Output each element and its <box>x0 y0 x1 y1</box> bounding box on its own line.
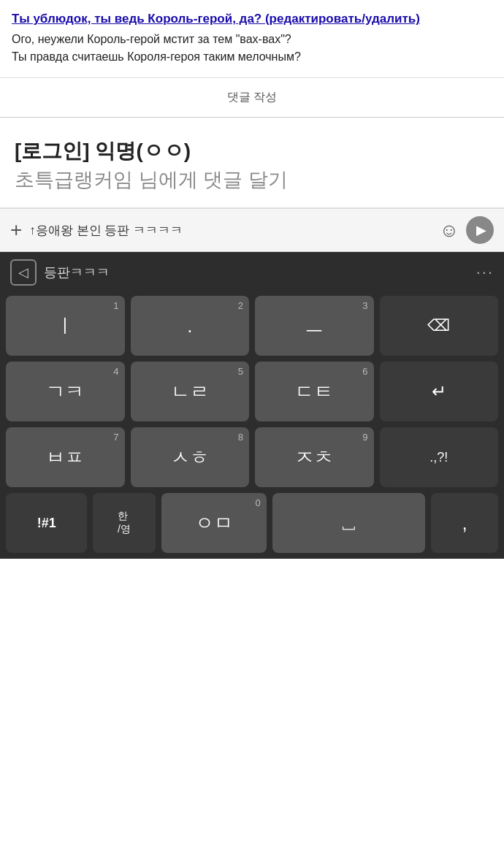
key-ㅅㅎ[interactable]: 8 ㅅㅎ <box>131 427 250 487</box>
key-number: 2 <box>238 300 243 311</box>
top-link[interactable]: Ты ублюдок, ты ведь Король-герой, да? (р… <box>12 10 492 28</box>
reply-username: [로그인] 익명(ㅇㅇ) <box>15 138 489 164</box>
reply-target-section: [로그인] 익명(ㅇㅇ) 초특급랭커임 님에게 댓글 달기 <box>0 118 504 208</box>
keyboard-keys: 1 ㅣ 2 . 3 ㅡ ⌫ 4 ㄱㅋ 5 ㄴㄹ <box>0 293 504 559</box>
key-label: ㄱㅋ <box>46 379 84 405</box>
key-label: 한/영 <box>118 510 131 536</box>
key-label: !#1 <box>37 516 56 531</box>
keyboard-row-1: 1 ㅣ 2 . 3 ㅡ ⌫ <box>6 296 498 356</box>
send-icon: ▶ <box>476 222 486 238</box>
key-delete[interactable]: ⌫ <box>380 296 499 356</box>
key-label: ㅇㅁ <box>195 511 233 536</box>
key-label: .,?! <box>429 450 448 465</box>
key-label: ㅅㅎ <box>171 445 209 470</box>
key-ㄱㅋ[interactable]: 4 ㄱㅋ <box>6 362 125 421</box>
key-label: . <box>187 315 192 337</box>
key-comma[interactable]: , <box>431 493 498 553</box>
key-ㅈㅊ[interactable]: 9 ㅈㅊ <box>255 427 374 487</box>
add-attachment-button[interactable]: + <box>10 218 22 242</box>
key-number: 8 <box>238 432 243 443</box>
keyboard-topbar: ◁ 등판ㅋㅋㅋ ··· <box>0 252 504 293</box>
key-label: ㅣ <box>56 313 75 339</box>
keyboard-back-button[interactable]: ◁ <box>10 259 37 286</box>
key-label: ㅂㅍ <box>46 445 84 470</box>
key-label: , <box>462 512 467 535</box>
key-number: 5 <box>238 366 243 377</box>
key-label: ㅈㅊ <box>295 445 333 470</box>
key-label: ㅡ <box>305 313 324 339</box>
key-number: 4 <box>113 366 118 377</box>
enter-icon: ↵ <box>432 381 446 402</box>
key-ㄷㅌ[interactable]: 6 ㄷㅌ <box>255 362 374 421</box>
top-line1: Ого, неужели Король-герой мстит за тем "… <box>12 31 492 48</box>
key-number: 1 <box>113 300 118 311</box>
top-content-area: Ты ублюдок, ты ведь Король-герой, да? (р… <box>0 0 504 78</box>
top-line2: Ты правда считаешь Короля-героя таким ме… <box>12 48 492 66</box>
keyboard-row-2: 4 ㄱㅋ 5 ㄴㄹ 6 ㄷㅌ ↵ <box>6 362 498 421</box>
comment-write-label: 댓글 작성 <box>227 91 277 103</box>
keyboard-more-button[interactable]: ··· <box>476 263 494 282</box>
key-symbol-mode[interactable]: !#1 <box>6 493 87 553</box>
key-label: ⎵ <box>343 511 355 535</box>
emoji-button[interactable]: ☺ <box>439 219 459 242</box>
key-number: 3 <box>362 300 367 311</box>
key-label: ㄴㄹ <box>171 379 209 405</box>
key-ㄴㄹ[interactable]: 5 ㄴㄹ <box>131 362 250 421</box>
key-number: 9 <box>362 432 367 443</box>
key-punctuation[interactable]: .,?! <box>380 427 499 487</box>
key-language-toggle[interactable]: 한/영 <box>93 493 155 553</box>
key-ㅇㅁ[interactable]: 0 ㅇㅁ <box>161 493 267 553</box>
reply-to-label: 초특급랭커임 님에게 댓글 달기 <box>15 167 489 193</box>
key-space[interactable]: ⎵ <box>272 493 426 553</box>
comment-write-bar[interactable]: 댓글 작성 <box>0 78 504 118</box>
keyboard-panel: ◁ 등판ㅋㅋㅋ ··· 1 ㅣ 2 . 3 ㅡ ⌫ <box>0 252 504 559</box>
delete-icon: ⌫ <box>427 316 450 335</box>
key-ㅣ[interactable]: 1 ㅣ <box>6 296 125 356</box>
input-toolbar: + ↑응애왕 본인 등판 ㅋㅋㅋㅋ ☺ ▶ <box>0 208 504 252</box>
send-button[interactable]: ▶ <box>466 216 494 244</box>
key-dot[interactable]: 2 . <box>131 296 250 356</box>
keyboard-row-3: 7 ㅂㅍ 8 ㅅㅎ 9 ㅈㅊ .,?! <box>6 427 498 487</box>
message-input-display[interactable]: ↑응애왕 본인 등판 ㅋㅋㅋㅋ <box>29 222 432 239</box>
key-ㅡ[interactable]: 3 ㅡ <box>255 296 374 356</box>
key-number: 6 <box>362 366 367 377</box>
keyboard-title: 등판ㅋㅋㅋ <box>44 264 469 281</box>
key-number: 7 <box>113 432 118 443</box>
key-label: ㄷㅌ <box>295 379 333 405</box>
key-ㅂㅍ[interactable]: 7 ㅂㅍ <box>6 427 125 487</box>
key-enter[interactable]: ↵ <box>380 362 499 421</box>
keyboard-row-4: !#1 한/영 0 ㅇㅁ ⎵ , <box>6 493 498 553</box>
key-number: 0 <box>255 497 260 508</box>
back-icon: ◁ <box>18 264 28 280</box>
